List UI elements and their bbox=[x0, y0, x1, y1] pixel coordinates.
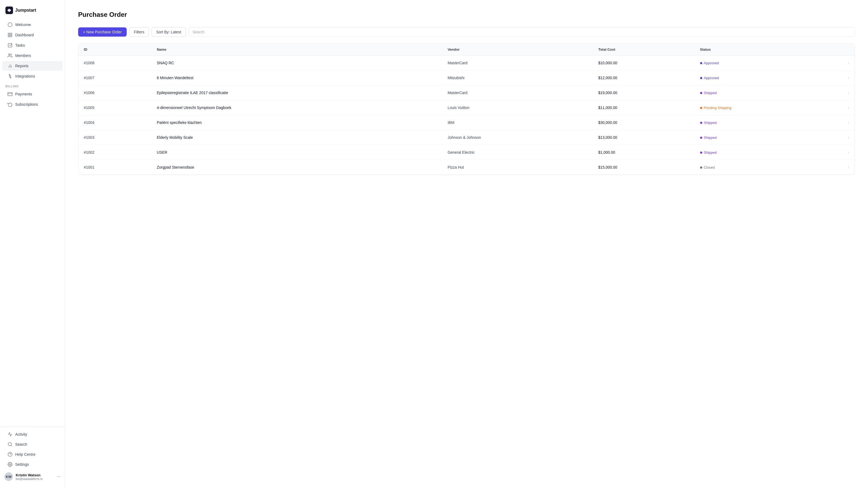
chevron-right-icon[interactable]: › bbox=[848, 135, 849, 140]
sidebar-label-help-centre: Help Centre bbox=[15, 452, 35, 457]
col-header-name: Name bbox=[151, 44, 442, 56]
sidebar-nav: Welcome Dashboard Tasks Members Reports … bbox=[0, 20, 65, 484]
sidebar-item-welcome[interactable]: Welcome bbox=[2, 20, 63, 30]
chevron-right-icon[interactable]: › bbox=[848, 105, 849, 110]
chevron-right-icon[interactable]: › bbox=[848, 120, 849, 125]
cell-chevron[interactable]: › bbox=[842, 115, 855, 130]
cell-chevron[interactable]: › bbox=[842, 145, 855, 160]
cell-id: #1007 bbox=[79, 70, 151, 86]
table-row[interactable]: #1001 Zorgpad Stervensfase Pizza Hut $15… bbox=[79, 160, 855, 175]
search-input[interactable] bbox=[188, 27, 855, 37]
status-label: Shipped bbox=[704, 135, 717, 140]
sort-button[interactable]: Sort By: Latest bbox=[152, 27, 186, 37]
cell-cost: $19,000.00 bbox=[593, 86, 694, 100]
sidebar-item-dashboard[interactable]: Dashboard bbox=[2, 30, 63, 40]
status-dot bbox=[700, 152, 702, 154]
cell-chevron[interactable]: › bbox=[842, 130, 855, 145]
sidebar-item-search[interactable]: Search bbox=[2, 440, 63, 449]
sidebar-item-settings[interactable]: Settings bbox=[2, 459, 63, 469]
sidebar-label-settings: Settings bbox=[15, 462, 29, 466]
table-row[interactable]: #1002 USER General Electric $1,000.00 Sh… bbox=[79, 145, 855, 160]
status-badge: Closed bbox=[700, 165, 715, 169]
cell-name: 4-dimensioneel Utrecht Symptoom Dagboek bbox=[151, 100, 442, 115]
cell-id: #1003 bbox=[79, 130, 151, 145]
status-badge: Shipped bbox=[700, 135, 717, 140]
sidebar-item-integrations[interactable]: Integrations bbox=[2, 71, 63, 81]
status-dot bbox=[700, 62, 702, 64]
sidebar-label-activity: Activity bbox=[15, 432, 27, 436]
svg-rect-13 bbox=[8, 93, 12, 96]
cell-status: Approved bbox=[695, 56, 842, 70]
table-row[interactable]: #1005 4-dimensioneel Utrecht Symptoom Da… bbox=[79, 100, 855, 115]
cell-chevron[interactable]: › bbox=[842, 56, 855, 70]
svg-rect-3 bbox=[10, 33, 12, 34]
sidebar-item-help-centre[interactable]: Help Centre bbox=[2, 450, 63, 459]
cell-status: Shipped bbox=[695, 130, 842, 145]
cell-chevron[interactable]: › bbox=[842, 86, 855, 100]
chevron-right-icon[interactable]: › bbox=[848, 75, 849, 80]
col-header-id: ID bbox=[79, 44, 151, 56]
table-row[interactable]: #1007 6 Minuten Wandeltest Mitsubishi $1… bbox=[79, 70, 855, 86]
cell-status: Closed bbox=[695, 160, 842, 175]
svg-point-19 bbox=[9, 464, 11, 465]
status-label: Shipped bbox=[704, 121, 717, 125]
cell-vendor: General Electric bbox=[442, 145, 593, 160]
cell-vendor: MasterCard bbox=[442, 86, 593, 100]
sidebar-label-subscriptions: Subscriptions bbox=[15, 102, 38, 106]
chevron-right-icon[interactable]: › bbox=[848, 150, 849, 155]
app-logo[interactable]: Jumpstart bbox=[0, 4, 65, 20]
table-row[interactable]: #1003 Elderly Mobility Scale Johnson & J… bbox=[79, 130, 855, 145]
user-info: Kristin Watson kw@saaspatterns.io bbox=[16, 473, 54, 480]
cell-chevron[interactable]: › bbox=[842, 70, 855, 86]
sidebar-item-activity[interactable]: Activity bbox=[2, 429, 63, 439]
cell-vendor: Pizza Hut bbox=[442, 160, 593, 175]
cell-chevron[interactable]: › bbox=[842, 100, 855, 115]
cell-chevron[interactable]: › bbox=[842, 160, 855, 175]
sidebar-label-integrations: Integrations bbox=[15, 74, 35, 78]
cell-id: #1002 bbox=[79, 145, 151, 160]
sidebar-item-reports[interactable]: Reports bbox=[2, 61, 63, 71]
sidebar-label-reports: Reports bbox=[15, 64, 29, 68]
cell-id: #1001 bbox=[79, 160, 151, 175]
table-row[interactable]: #1004 Patiënt specifieke klachten IBM $3… bbox=[79, 115, 855, 130]
cell-name: USER bbox=[151, 145, 442, 160]
billing-section-label: BILLING bbox=[0, 82, 65, 89]
svg-point-1 bbox=[8, 23, 12, 27]
cell-name: Elderly Mobility Scale bbox=[151, 130, 442, 145]
cell-cost: $1,000.00 bbox=[593, 145, 694, 160]
sidebar-item-members[interactable]: Members bbox=[2, 51, 63, 61]
user-profile-row[interactable]: KW Kristin Watson kw@saaspatterns.io ··· bbox=[0, 469, 65, 484]
svg-marker-0 bbox=[8, 9, 11, 12]
new-purchase-order-button[interactable]: + New Purchase Order bbox=[78, 27, 127, 37]
sidebar-item-payments[interactable]: Payments bbox=[2, 89, 63, 99]
table-row[interactable]: #1008 SNAQ RC MasterCard $10,000.00 Appr… bbox=[79, 56, 855, 70]
sidebar-label-members: Members bbox=[15, 54, 31, 58]
more-options-icon[interactable]: ··· bbox=[57, 474, 61, 479]
sidebar-item-tasks[interactable]: Tasks bbox=[2, 40, 63, 50]
svg-point-7 bbox=[9, 54, 10, 55]
chevron-right-icon[interactable]: › bbox=[848, 61, 849, 65]
sidebar-label-dashboard: Dashboard bbox=[15, 33, 34, 37]
cell-vendor: MasterCard bbox=[442, 56, 593, 70]
cell-id: #1005 bbox=[79, 100, 151, 115]
filters-button[interactable]: Filters bbox=[129, 27, 149, 37]
sidebar-label-tasks: Tasks bbox=[15, 43, 25, 47]
cell-status: Shipped bbox=[695, 145, 842, 160]
cell-vendor: Johnson & Johnson bbox=[442, 130, 593, 145]
table-row[interactable]: #1006 Epilepsieregistratie ILAE 2017 cla… bbox=[79, 86, 855, 100]
cell-vendor: Louis Vuitton bbox=[442, 100, 593, 115]
user-name: Kristin Watson bbox=[16, 473, 54, 477]
chevron-right-icon[interactable]: › bbox=[848, 90, 849, 95]
sidebar: Jumpstart Welcome Dashboard Tasks Member… bbox=[0, 0, 65, 488]
cell-name: SNAQ RC bbox=[151, 56, 442, 70]
status-dot bbox=[700, 77, 702, 79]
status-label: Approved bbox=[704, 61, 719, 65]
status-label: Shipped bbox=[704, 91, 717, 95]
chevron-right-icon[interactable]: › bbox=[848, 165, 849, 169]
table-header-row: ID Name Vendor Total Cost Status bbox=[79, 44, 855, 56]
sidebar-item-subscriptions[interactable]: Subscriptions bbox=[2, 99, 63, 109]
cell-cost: $12,000.00 bbox=[593, 70, 694, 86]
purchase-orders-table: ID Name Vendor Total Cost Status #1008 S… bbox=[78, 43, 855, 175]
cell-cost: $15,000.00 bbox=[593, 160, 694, 175]
status-label: Pending Shipping bbox=[704, 106, 732, 110]
